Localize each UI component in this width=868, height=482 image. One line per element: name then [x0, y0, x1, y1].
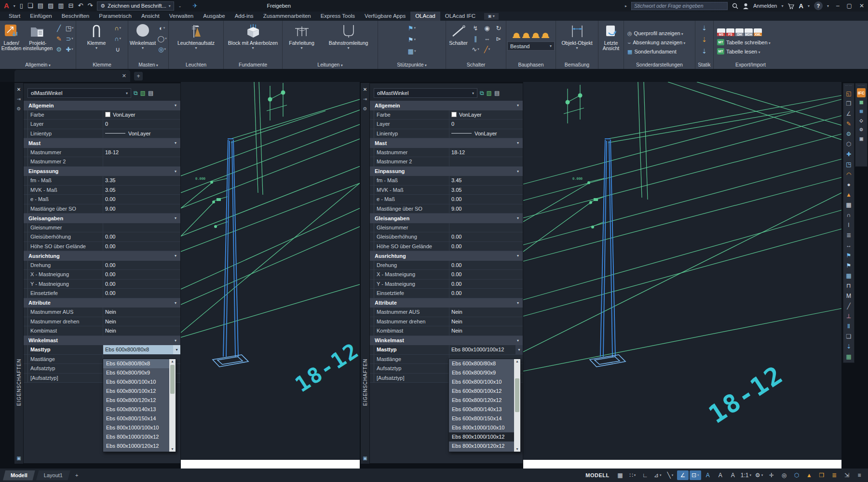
- dropdown-option[interactable]: Ebs 600x800/80x8: [103, 359, 169, 368]
- dropdown-option[interactable]: Ebs 600x800/120x12: [449, 396, 514, 405]
- export-file-icon[interactable]: MS: [717, 28, 725, 36]
- tool-icon[interactable]: ↔: [844, 240, 853, 250]
- panel-label[interactable]: Statik: [695, 61, 713, 69]
- ribbon-tab[interactable]: Ausgabe: [198, 12, 230, 21]
- scroll-up-icon[interactable]: ▲: [171, 360, 174, 363]
- property-row[interactable]: Mastnummer 18-12 ▾: [370, 148, 523, 158]
- dropdown-option[interactable]: Ebs 800x1000/100x10: [103, 423, 169, 432]
- status-toggle-icon[interactable]: ▦: [614, 470, 626, 480]
- property-row[interactable]: Mastnummer AUS Nein ▾: [370, 308, 523, 317]
- ribbon-tab[interactable]: Verwalten: [164, 12, 199, 21]
- property-section-header[interactable]: Attribute ▾: [24, 298, 180, 308]
- property-row[interactable]: Mastlänge über SO 9.00 ▾: [24, 204, 180, 214]
- ribbon-tab[interactable]: Express Tools: [316, 12, 360, 21]
- property-value[interactable]: 9.00 ▾: [449, 204, 523, 214]
- property-row[interactable]: Farbe VonLayer ▾: [370, 110, 523, 120]
- dropdown-option[interactable]: Ebs 600x800/90x9: [449, 368, 514, 377]
- property-value[interactable]: VonLayer ▾: [103, 110, 180, 120]
- dropdown-option[interactable]: Ebs 800x1000/100x12: [449, 432, 514, 442]
- tool-icon[interactable]: ◎: [157, 44, 167, 54]
- dropdown-option[interactable]: Ebs 800x1000/120x12: [103, 442, 169, 451]
- property-section-header[interactable]: Mast ▾: [370, 138, 523, 148]
- ribbon-collapse-button[interactable]: ▣ ▾: [484, 13, 499, 20]
- property-value[interactable]: VonLayer ▾: [449, 110, 523, 120]
- scrollbar-thumb[interactable]: [170, 365, 175, 394]
- property-section-header[interactable]: Allgemein ▾: [370, 101, 523, 110]
- property-row[interactable]: Gleisnummer ▾: [370, 223, 523, 233]
- status-toggle-icon[interactable]: A: [715, 470, 726, 480]
- tool-icon[interactable]: ✚: [844, 149, 853, 159]
- property-value[interactable]: 3.35 ▾: [103, 176, 180, 185]
- property-value[interactable]: 0.00 ▾: [103, 270, 180, 279]
- tool-icon[interactable]: M: [844, 291, 853, 301]
- tool-icon[interactable]: ▦: [844, 270, 853, 281]
- quick-access-icon[interactable]: ▤: [38, 0, 43, 12]
- dropdown-option[interactable]: Ebs 800x1000/100x12: [103, 432, 169, 442]
- auto-hide-icon[interactable]: ⇥: [17, 96, 21, 102]
- panel-label[interactable]: Stützpunkte: [378, 61, 446, 69]
- property-section-header[interactable]: Gleisangaben ▾: [24, 214, 180, 223]
- cart-icon[interactable]: [787, 3, 794, 9]
- property-row[interactable]: Linientyp VonLayer ▾: [24, 129, 180, 139]
- tool-icon[interactable]: ≣: [844, 230, 853, 240]
- klemme-button[interactable]: Klemme: [81, 22, 111, 50]
- panel-label[interactable]: Bemaßung: [556, 61, 598, 69]
- display-icon[interactable]: ▣: [363, 455, 367, 461]
- ribbon-tab[interactable]: OLAcad IFC: [440, 12, 480, 21]
- new-drawing-tab-button[interactable]: +: [134, 72, 143, 80]
- property-row[interactable]: Mastnummer 2 ▾: [370, 157, 523, 167]
- tool-icon[interactable]: I: [844, 220, 853, 230]
- quick-access-icon[interactable]: ▯: [20, 0, 23, 12]
- property-row[interactable]: Masttyp Ebs 800x1000/100x12 ▾: [370, 345, 523, 355]
- leuchtenaufsatz-button[interactable]: Leuchtenaufsatz: [173, 22, 219, 50]
- tool-icon[interactable]: ⊓: [844, 281, 853, 291]
- ribbon-tab[interactable]: Einfügen: [25, 12, 56, 21]
- property-value[interactable]: 0.00 ▾: [449, 280, 523, 289]
- status-toggle-icon[interactable]: ⬡: [791, 470, 802, 480]
- tool-icon[interactable]: ⚑: [844, 260, 853, 270]
- tool-icon[interactable]: ◯: [157, 34, 167, 43]
- property-value[interactable]: 9.00 ▾: [103, 204, 180, 214]
- status-toggle-icon[interactable]: ◎: [778, 470, 790, 480]
- hardhat-icon[interactable]: [513, 33, 520, 39]
- chevron-down-icon[interactable]: ▾: [14, 4, 15, 8]
- property-section-header[interactable]: Einpassung ▾: [24, 167, 180, 176]
- property-row[interactable]: Drehung 0.00 ▾: [24, 261, 180, 270]
- quick-select-icon[interactable]: ▤: [494, 90, 500, 96]
- property-value[interactable]: ▾: [449, 223, 523, 232]
- tool-icon[interactable]: ⊥: [844, 311, 853, 321]
- property-row[interactable]: X - Mastneigung 0.00 ▾: [370, 270, 523, 280]
- block-mit-ankerbolzen-button[interactable]: Block mit Ankerbolzen: [227, 22, 280, 50]
- close-icon[interactable]: ✕: [363, 87, 367, 92]
- property-value[interactable]: Nein ▾: [449, 308, 523, 317]
- tool-icon[interactable]: ↻: [494, 23, 503, 33]
- dropdown-option[interactable]: Ebs 600x800/100x10: [449, 377, 514, 387]
- tool-icon[interactable]: Ⅱ: [844, 321, 853, 331]
- property-value[interactable]: Ebs 600x800/80x8 ▾: [103, 345, 180, 354]
- property-row[interactable]: e - Maß 0.00 ▾: [24, 195, 180, 204]
- tool-icon[interactable]: ❏: [844, 331, 853, 341]
- property-row[interactable]: Y - Mastneigung 0.00 ▾: [24, 280, 180, 289]
- dropdown-option[interactable]: Ebs 600x800/120x12: [103, 396, 169, 405]
- search-icon[interactable]: [732, 3, 738, 9]
- property-value[interactable]: 0.00 ▾: [103, 232, 180, 241]
- property-section-header[interactable]: Mast ▾: [24, 138, 180, 148]
- chevron-down-icon[interactable]: ▾: [808, 4, 810, 8]
- property-row[interactable]: Gleisnummer ▾: [24, 223, 180, 233]
- property-section-header[interactable]: Attribute ▾: [370, 298, 523, 308]
- tab-layout1[interactable]: Layout1: [36, 470, 70, 481]
- letzte-ansicht-button[interactable]: Letzte Ansicht: [600, 22, 622, 51]
- tool-icon[interactable]: ▦: [407, 46, 417, 56]
- tool-icon[interactable]: ∪: [113, 44, 122, 54]
- palette-titlebar[interactable]: ✕ ⇥ ⚙ EIGENSCHAFTEN ▣: [361, 83, 369, 464]
- winkelmast-button[interactable]: Winkelmast: [130, 22, 156, 50]
- property-value[interactable]: 3.05 ▾: [449, 186, 523, 195]
- status-toggle-icon[interactable]: ╲: [665, 470, 676, 480]
- property-row[interactable]: Mastnummer AUS Nein ▾: [24, 308, 180, 317]
- status-toggle-icon[interactable]: ▲: [803, 470, 815, 480]
- ribbon-tab[interactable]: Beschriften: [57, 12, 95, 21]
- close-icon[interactable]: ✕: [122, 73, 126, 79]
- property-row[interactable]: Y - Mastneigung 0.00 ▾: [370, 280, 523, 289]
- property-value[interactable]: Nein ▾: [103, 317, 180, 326]
- quick-select-icon[interactable]: ▤: [148, 90, 153, 96]
